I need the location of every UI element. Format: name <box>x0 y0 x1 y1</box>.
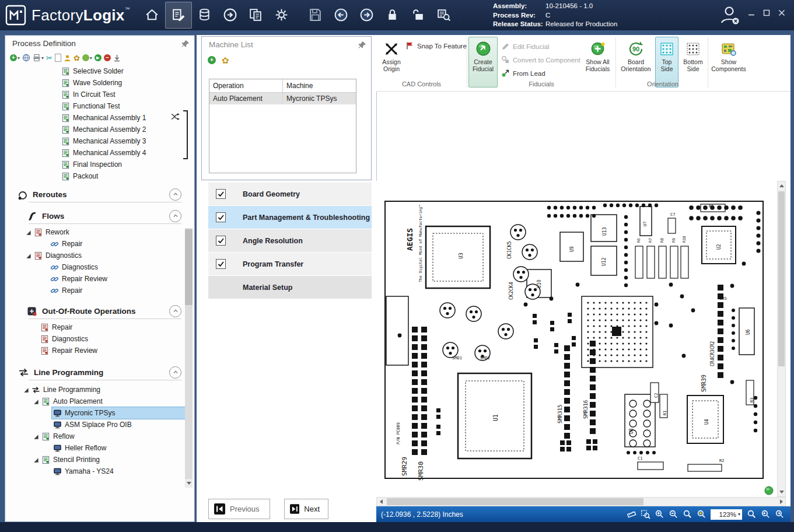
step-part-management[interactable]: Part Management & Troubleshooting <box>208 206 372 229</box>
tree-item-mechanical-assembly-2[interactable]: Mechanical Assembly 2 <box>61 124 194 135</box>
scroll-down-button[interactable] <box>778 488 785 496</box>
step-board-geometry[interactable]: Board Geometry <box>208 183 372 205</box>
column-machine[interactable]: Machine <box>283 79 356 92</box>
pin-icon[interactable] <box>358 41 366 49</box>
print-icon[interactable]: ▾ <box>33 52 44 63</box>
flows-item-diagnostics[interactable]: Diagnostics <box>5 261 194 273</box>
scroll-up-button[interactable] <box>778 181 785 190</box>
show-components-button[interactable]: Show Components <box>710 37 747 88</box>
link-globe-icon[interactable] <box>22 52 30 63</box>
tree-item-selective-solder[interactable]: Selective Solder <box>61 65 194 77</box>
tree-item-mechanical-assembly-4[interactable]: Mechanical Assembly 4 <box>61 147 194 159</box>
flows-section[interactable]: Flows <box>5 208 194 223</box>
unlock-icon[interactable] <box>405 2 431 27</box>
collapse-out-of-route-button[interactable] <box>169 305 181 317</box>
scissors-icon[interactable]: ✂ <box>46 52 53 63</box>
tree-item-in-circuit-test[interactable]: In Circuit Test <box>61 89 194 100</box>
zoom-previous-icon[interactable] <box>761 509 771 519</box>
swap-operations-icon[interactable] <box>171 113 180 121</box>
lp-item-reflow[interactable]: Reflow <box>5 430 194 442</box>
show-all-fiducials-button[interactable]: Show All Fiducials <box>582 37 614 88</box>
stop-icon[interactable]: − <box>104 52 111 63</box>
board-orientation-button[interactable]: 90 Board Orientation <box>619 37 653 88</box>
lp-item-stencil-printing[interactable]: Stencil Printing <box>5 454 194 466</box>
add-operation-icon[interactable]: +▾ <box>10 52 20 63</box>
step-program-transfer[interactable]: Program Transfer <box>208 253 372 275</box>
collapse-flows-button[interactable] <box>169 210 181 222</box>
back-icon[interactable] <box>328 2 354 27</box>
line-programming-section[interactable]: Line Programming <box>5 365 194 380</box>
save-icon[interactable] <box>303 2 328 27</box>
step-angle-resolution[interactable]: Angle Resolution <box>208 229 372 252</box>
flows-item-diagnostics-parent[interactable]: Diagnostics <box>5 250 194 261</box>
lp-item-asm-siplace[interactable]: ASM Siplace Pro OIB <box>5 419 194 430</box>
measure-icon[interactable] <box>627 509 636 519</box>
create-fiducial-button[interactable]: Create Fiducial <box>468 37 498 88</box>
checkbox-checked[interactable] <box>216 236 226 246</box>
snap-to-feature-button[interactable]: Snap To Feature <box>405 40 467 52</box>
zoom-next-icon[interactable] <box>775 509 785 519</box>
machine-settings-icon[interactable]: ✿ <box>222 55 229 65</box>
lp-item-auto-placement[interactable]: Auto Placement <box>5 396 194 407</box>
checkbox-checked[interactable] <box>216 189 226 199</box>
settings-gear-icon[interactable] <box>269 2 295 27</box>
zoom-window-icon[interactable] <box>641 509 650 519</box>
oor-item-diagnostics[interactable]: Diagnostics <box>5 333 194 345</box>
scrollbar-thumb[interactable] <box>387 498 643 505</box>
lock-icon[interactable] <box>380 2 405 27</box>
pan-icon[interactable] <box>747 509 757 519</box>
reports-icon[interactable] <box>243 2 269 27</box>
out-of-route-section[interactable]: Out-Of-Route Operations <box>5 303 194 318</box>
zoom-selected-icon[interactable] <box>697 509 706 519</box>
lp-item-heller-reflow[interactable]: Heller Reflow <box>5 442 194 454</box>
process-definition-icon[interactable] <box>165 2 192 29</box>
user-account-icon[interactable] <box>718 4 741 27</box>
zoom-level-select[interactable]: 123%▾ <box>711 509 742 520</box>
zoom-out-icon[interactable] <box>669 509 678 519</box>
lp-item-yamaha-ys24[interactable]: Yamaha - YS24 <box>5 466 194 477</box>
step-material-setup[interactable]: Material Setup <box>208 276 372 299</box>
pin-icon[interactable] <box>181 40 190 48</box>
tree-item-functional-test[interactable]: Functional Test <box>61 100 194 112</box>
edit-fiducial-button[interactable]: Edit Fiducial <box>501 40 550 52</box>
home-icon[interactable] <box>139 2 165 27</box>
flows-item-rework[interactable]: Rework <box>5 226 194 238</box>
add-machine-icon[interactable]: + <box>208 55 216 65</box>
minimize-button[interactable] <box>744 6 759 20</box>
close-button[interactable] <box>774 6 789 20</box>
scroll-left-button[interactable] <box>377 498 385 506</box>
oor-item-repair[interactable]: Repair <box>5 321 194 333</box>
navigation-icon[interactable] <box>218 2 243 27</box>
paste-icon[interactable] <box>55 52 61 63</box>
assign-origin-button[interactable]: Assign Origin <box>377 37 405 88</box>
expander-icon[interactable] <box>33 398 39 405</box>
scroll-down-button[interactable] <box>185 479 193 488</box>
expander-icon[interactable] <box>23 387 29 393</box>
lp-item-line-programming[interactable]: Line Programming <box>5 384 194 396</box>
cad-horizontal-scrollbar[interactable] <box>376 497 786 506</box>
left-panel-scrollbar[interactable] <box>185 228 193 488</box>
flows-item-repair[interactable]: Repair <box>5 238 194 250</box>
oor-item-repair-review[interactable]: Repair Review <box>5 345 194 356</box>
fit-view-globe-button[interactable] <box>764 486 774 495</box>
zoom-extents-icon[interactable] <box>683 509 692 519</box>
pcb-cad-canvas[interactable]: AEGISThe Digital Mind of Manufacturing™P… <box>376 181 777 497</box>
zoom-in-icon[interactable] <box>655 509 664 519</box>
expander-icon[interactable] <box>25 253 32 259</box>
tree-item-mechanical-assembly-3[interactable]: Mechanical Assembly 3 <box>61 135 194 147</box>
next-button[interactable]: Next <box>284 499 328 519</box>
expander-icon[interactable] <box>33 457 39 463</box>
cad-vertical-scrollbar[interactable] <box>777 181 786 497</box>
convert-to-component-button[interactable]: Convert to Component <box>501 54 580 66</box>
materials-database-icon[interactable] <box>192 2 218 27</box>
top-side-button[interactable]: Top Side <box>655 37 678 88</box>
tree-item-wave-soldering[interactable]: Wave Soldering <box>61 77 194 89</box>
scroll-right-button[interactable] <box>777 498 785 506</box>
expander-icon[interactable] <box>25 229 32 236</box>
collapse-line-programming-button[interactable] <box>169 366 181 379</box>
go-icon[interactable]: ▸ <box>95 52 102 63</box>
previous-button[interactable]: Previous <box>208 499 270 519</box>
bottom-side-button[interactable]: Bottom Side <box>680 37 706 88</box>
person-icon[interactable] <box>64 52 71 63</box>
scrollbar-thumb[interactable] <box>185 229 193 305</box>
